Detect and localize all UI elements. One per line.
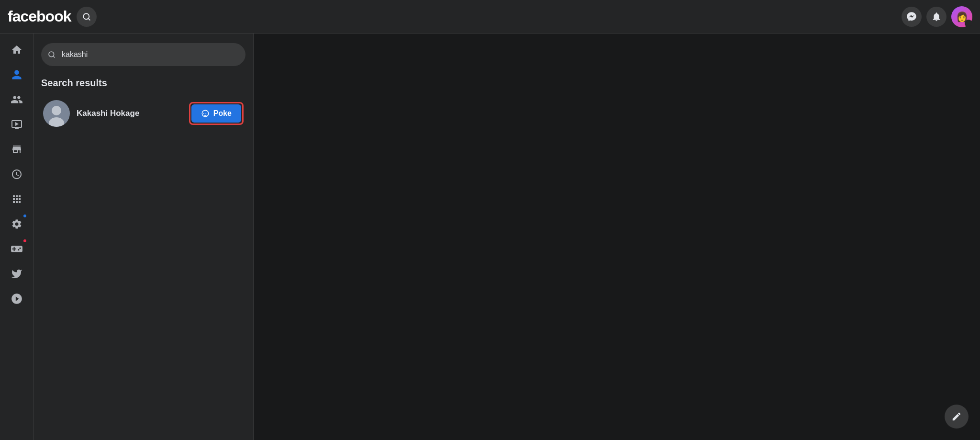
sidebar-item-watch[interactable] — [5, 113, 28, 136]
sidebar-item-profile[interactable] — [5, 63, 28, 86]
gaming-icon — [11, 243, 23, 255]
settings-badge — [22, 214, 27, 218]
svg-line-1 — [89, 18, 90, 20]
sidebar-item-bird[interactable] — [5, 262, 28, 285]
profile-avatar-button[interactable]: 👩 — [951, 6, 972, 27]
clock-icon — [11, 169, 22, 180]
poke-button[interactable]: Poke — [191, 104, 241, 123]
search-results-title: Search results — [41, 78, 245, 89]
result-avatar — [43, 100, 70, 127]
apps-icon — [11, 193, 22, 205]
avatar-image — [43, 100, 70, 127]
settings-icon — [11, 218, 22, 230]
sidebar-item-apps[interactable] — [5, 188, 28, 211]
groups-icon — [11, 293, 23, 305]
search-input-icon — [48, 51, 56, 58]
poke-button-highlight: Poke — [189, 102, 244, 125]
search-icon — [82, 12, 91, 21]
sidebar-item-groups[interactable] — [5, 287, 28, 310]
sidebar-item-recent[interactable] — [5, 163, 28, 186]
messenger-button[interactable] — [902, 7, 922, 27]
topbar-left: facebook — [8, 7, 132, 27]
right-area — [254, 34, 980, 440]
friends-icon — [11, 93, 23, 106]
avatar-emoji: 👩 — [956, 11, 968, 23]
topbar-right: 👩 — [902, 6, 972, 27]
left-sidebar — [0, 34, 33, 440]
search-input-container: kakashi — [41, 43, 245, 66]
marketplace-icon — [11, 144, 22, 155]
sidebar-item-friends[interactable] — [5, 88, 28, 111]
gaming-badge — [22, 238, 27, 243]
compose-button[interactable] — [945, 405, 969, 429]
bell-icon — [931, 11, 942, 22]
sidebar-item-home[interactable] — [5, 38, 28, 61]
home-icon — [11, 44, 22, 56]
watch-icon — [11, 119, 22, 130]
profile-icon — [11, 69, 22, 80]
bird-icon — [11, 268, 22, 280]
topbar: facebook 👩 — [0, 0, 980, 34]
result-name: Kakashi Hokage — [77, 109, 182, 118]
notifications-button[interactable] — [926, 7, 947, 27]
search-input[interactable]: kakashi — [41, 43, 245, 66]
global-search-button[interactable] — [77, 7, 97, 27]
sidebar-item-settings[interactable] — [5, 213, 28, 236]
svg-line-3 — [53, 56, 55, 57]
main-area: kakashi Search results Kakashi Hokage Po… — [0, 34, 980, 440]
result-item[interactable]: Kakashi Hokage Poke — [41, 96, 245, 131]
poke-label: Poke — [213, 109, 232, 118]
svg-point-5 — [52, 106, 61, 115]
facebook-logo: facebook — [8, 8, 71, 25]
messenger-icon — [906, 11, 917, 22]
sidebar-item-marketplace[interactable] — [5, 138, 28, 161]
poke-icon — [201, 109, 210, 118]
search-panel: kakashi Search results Kakashi Hokage Po… — [33, 34, 254, 440]
compose-icon — [951, 411, 962, 422]
sidebar-item-gaming[interactable] — [5, 237, 28, 260]
